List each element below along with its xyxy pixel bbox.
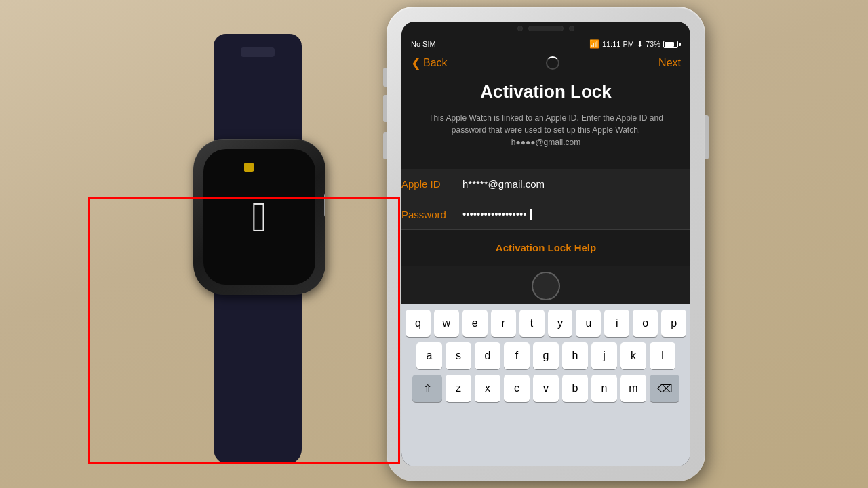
home-button[interactable]	[532, 272, 560, 300]
watch-accent	[244, 163, 254, 172]
next-button[interactable]: Next	[658, 57, 681, 69]
iphone-power-button[interactable]	[705, 115, 709, 159]
iphone-volume-down[interactable]	[383, 132, 387, 159]
iphone-body: No SIM 📶 11:11 PM ⬇ 73%	[387, 7, 705, 481]
keyboard-row-1: q w e r t y u i o p	[406, 310, 686, 337]
key-u[interactable]: u	[576, 310, 601, 337]
front-camera	[517, 26, 523, 31]
apple-logo-icon: 	[252, 196, 267, 238]
back-label: Back	[423, 57, 448, 69]
key-w[interactable]: w	[434, 310, 459, 337]
battery-fill	[665, 42, 674, 47]
watch-crown	[324, 193, 326, 217]
password-field[interactable]: Password ••••••••••••••••••	[401, 199, 690, 230]
key-k[interactable]: k	[620, 342, 646, 369]
status-right: 📶 11:11 PM ⬇ 73%	[589, 39, 681, 49]
key-j[interactable]: j	[591, 342, 617, 369]
key-z[interactable]: z	[446, 375, 471, 402]
key-backspace[interactable]: ⌫	[650, 375, 679, 402]
back-button[interactable]: ❮ Back	[411, 56, 448, 70]
keyboard-row-2: a s d f g h j k l	[406, 342, 686, 369]
key-f[interactable]: f	[504, 342, 530, 369]
key-e[interactable]: e	[462, 310, 488, 337]
watch-screen: 	[203, 149, 315, 285]
password-label: Password	[401, 209, 462, 220]
key-l[interactable]: l	[650, 342, 675, 369]
screen-inner: No SIM 📶 11:11 PM ⬇ 73%	[401, 22, 690, 466]
iphone-top-bar	[401, 22, 690, 34]
key-o[interactable]: o	[633, 310, 658, 337]
content-area: Activation Lock This Apple Watch is link…	[401, 75, 690, 169]
apple-id-field[interactable]: Apple ID h*****@gmail.com	[401, 169, 690, 199]
text-cursor	[530, 209, 532, 220]
loading-spinner	[546, 56, 559, 70]
key-q[interactable]: q	[406, 310, 431, 337]
apple-id-value[interactable]: h*****@gmail.com	[462, 178, 690, 190]
apple-watch: 	[88, 20, 326, 468]
key-i[interactable]: i	[604, 310, 629, 337]
sensor-dot	[569, 26, 574, 31]
carrier-label: No SIM	[411, 40, 436, 48]
page-title: Activation Lock	[414, 81, 678, 102]
keyboard: q w e r t y u i o p a s d	[401, 304, 690, 466]
iphone: No SIM 📶 11:11 PM ⬇ 73%	[387, 7, 705, 481]
iphone-silent-switch[interactable]	[383, 68, 387, 87]
watch-band-top	[214, 34, 302, 156]
key-shift[interactable]: ⇧	[412, 375, 442, 402]
key-x[interactable]: x	[475, 375, 500, 402]
key-s[interactable]: s	[446, 342, 471, 369]
key-r[interactable]: r	[491, 310, 516, 337]
key-a[interactable]: a	[416, 342, 442, 369]
key-m[interactable]: m	[620, 375, 646, 402]
key-t[interactable]: t	[519, 310, 545, 337]
iphone-volume-up[interactable]	[383, 95, 387, 122]
key-d[interactable]: d	[475, 342, 500, 369]
battery-percent: 73%	[646, 40, 660, 48]
status-bar: No SIM 📶 11:11 PM ⬇ 73%	[401, 34, 690, 52]
time-label: 11:11 PM	[602, 40, 634, 48]
bluetooth-icon: ⬇	[637, 40, 643, 49]
home-area	[401, 266, 690, 304]
battery-body	[663, 41, 678, 48]
description-text: This Apple Watch is linked to an Apple I…	[414, 112, 678, 148]
key-p[interactable]: p	[661, 310, 686, 337]
apple-id-label: Apple ID	[401, 178, 462, 190]
iphone-screen: No SIM 📶 11:11 PM ⬇ 73%	[401, 22, 690, 466]
help-label: Activation Lock Help	[496, 242, 596, 253]
watch-band-bottom	[214, 281, 302, 464]
form-area: Apple ID h*****@gmail.com Password •••••…	[401, 169, 690, 230]
key-y[interactable]: y	[548, 310, 573, 337]
keyboard-row-3: ⇧ z x c v b n m ⌫	[406, 375, 686, 402]
key-v[interactable]: v	[533, 375, 559, 402]
speaker-grille	[528, 26, 564, 31]
nav-bar: ❮ Back Next	[401, 52, 690, 75]
watch-body: 	[193, 139, 326, 295]
wifi-icon: 📶	[589, 39, 599, 49]
key-c[interactable]: c	[504, 375, 530, 402]
key-b[interactable]: b	[562, 375, 588, 402]
key-h[interactable]: h	[562, 342, 588, 369]
chevron-left-icon: ❮	[411, 56, 421, 70]
battery-tip	[679, 43, 681, 46]
password-value[interactable]: ••••••••••••••••••	[462, 208, 690, 220]
activation-lock-help-button[interactable]: Activation Lock Help	[401, 230, 690, 266]
key-g[interactable]: g	[533, 342, 559, 369]
battery-icon	[663, 41, 681, 48]
key-n[interactable]: n	[591, 375, 617, 402]
